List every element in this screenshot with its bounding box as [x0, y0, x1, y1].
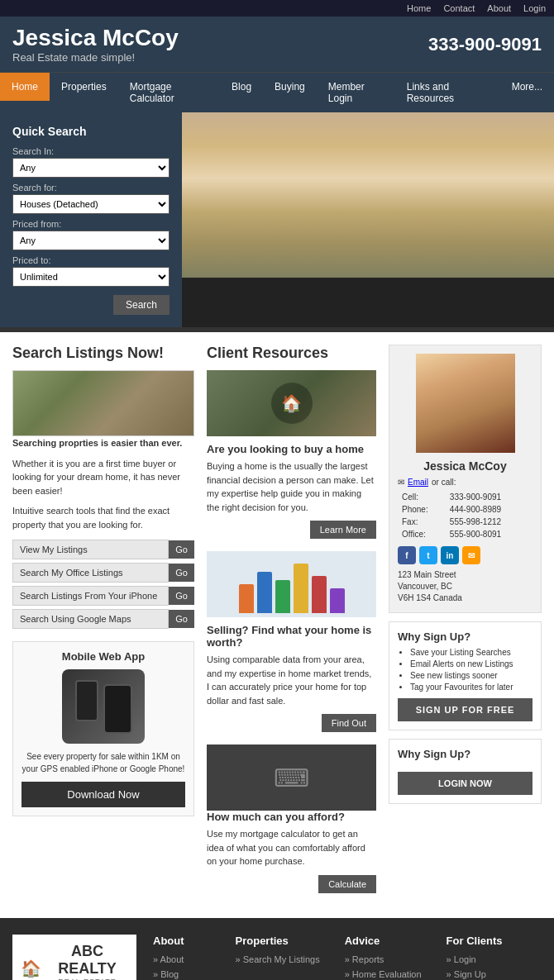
buy-heading: Are you looking to buy a home — [207, 443, 376, 455]
twitter-icon[interactable]: t — [419, 546, 437, 564]
site-header: Jessica McCoy Real Estate made simple! 3… — [0, 17, 554, 72]
listing-body2: Intuitive search tools that find the exa… — [12, 504, 194, 531]
nav-more[interactable]: More... — [500, 73, 554, 112]
login-box: Why Sign Up? LOGIN NOW — [389, 739, 542, 804]
priced-to-select[interactable]: Unlimited — [12, 267, 170, 287]
hero-image — [182, 112, 554, 278]
agent-card: Jessica McCoy ✉ Email or call: Cell: 333… — [389, 345, 542, 613]
bullet-2: Email Alerts on new Listings — [410, 659, 533, 668]
footer-about-link[interactable]: About — [153, 954, 184, 964]
topbar-home[interactable]: Home — [407, 3, 431, 13]
hero-section: Quick Search Search In: Any Search for: … — [0, 112, 554, 327]
header-phone[interactable]: 333-900-9091 — [428, 34, 542, 55]
footer-col-about: About About Blog Testimonials Contact — [153, 935, 211, 981]
mobile-app-title: Mobile Web App — [21, 650, 185, 663]
topbar-contact[interactable]: Contact — [443, 3, 475, 13]
priced-from-select[interactable]: Any — [12, 231, 170, 250]
iphone-listings-label: Search Listings From Your iPhone — [12, 586, 169, 606]
learn-more-btn[interactable]: Learn More — [310, 521, 376, 539]
search-in-select[interactable]: Any — [12, 158, 170, 178]
bullet-4: Tag your Favourites for later — [410, 683, 533, 692]
calc-body: Use my mortgage calculator to get an ide… — [207, 827, 376, 868]
office-listings-btn[interactable]: Go — [169, 564, 194, 582]
listing-tagline: Searching proprties is easier than ever. — [12, 438, 182, 448]
logo-text: ABC REALTY — [46, 943, 128, 978]
main-three-col: Search Listings Now! Searching proprties… — [0, 332, 554, 918]
nav-home[interactable]: Home — [0, 73, 50, 112]
footer-home-eval-link[interactable]: Home Evaluation — [345, 969, 422, 979]
mobile-app-body: See every property for sale within 1KM o… — [21, 750, 185, 775]
agent-name: Jessica McCoy — [398, 459, 533, 473]
calc-heading: How much can you afford? — [207, 811, 376, 823]
office-label: Office: — [399, 529, 446, 540]
view-listings-btn[interactable]: Go — [169, 540, 194, 559]
office-listings-label: Search My Office Listings — [12, 563, 169, 583]
footer-signup-link[interactable]: Sign Up — [447, 969, 486, 979]
sell-image — [207, 551, 376, 617]
resource-item-buy: 🏠 Are you looking to buy a home Buying a… — [207, 370, 376, 539]
fax-label: Fax: — [399, 516, 446, 527]
topbar-about[interactable]: About — [487, 3, 511, 13]
linkedin-icon[interactable]: in — [441, 546, 459, 564]
left-col-title: Search Listings Now! — [12, 345, 194, 362]
find-out-btn[interactable]: Find Out — [322, 714, 376, 732]
nav-links-resources[interactable]: Links and Resources — [395, 73, 500, 112]
quick-search-panel: Quick Search Search In: Any Search for: … — [0, 112, 182, 327]
iphone-listings-row: Search Listings From Your iPhone Go — [12, 586, 194, 606]
calculate-btn[interactable]: Calculate — [318, 875, 376, 893]
house-icon: 🏠 — [21, 959, 41, 978]
footer-search-listings-link[interactable]: Search My Listings — [236, 954, 320, 964]
bullet-1: Save your Listing Searches — [410, 648, 533, 657]
download-btn[interactable]: Download Now — [21, 782, 185, 807]
nav-mortgage[interactable]: Mortgage Calculator — [118, 73, 220, 112]
search-for-select[interactable]: Houses (Detached) — [12, 194, 170, 214]
google-listings-row: Search Using Google Maps Go — [12, 609, 194, 629]
nav-blog[interactable]: Blog — [220, 73, 263, 112]
email-icon[interactable]: ✉ — [462, 546, 480, 564]
nav-properties[interactable]: Properties — [50, 73, 118, 112]
right-column: Jessica McCoy ✉ Email or call: Cell: 333… — [389, 345, 542, 906]
priced-to-label: Priced to: — [12, 255, 170, 265]
footer-reports-link[interactable]: Reports — [345, 954, 384, 964]
priced-from-label: Priced from: — [12, 219, 170, 229]
footer-logo-col: 🏠 ABC REALTY REAL ESTATE SPECIALISTS 123… — [12, 935, 136, 981]
footer-blog-link[interactable]: Blog — [153, 969, 179, 979]
signup-btn[interactable]: SIGN UP FOR FREE — [398, 698, 533, 721]
agent-info: ✉ Email or call: Cell: 333-900-9091 Phon… — [398, 478, 533, 604]
cell-label: Cell: — [399, 492, 446, 502]
footer-clients-heading: For Clients — [447, 935, 503, 947]
signup-box: Why Sign Up? Save your Listing Searches … — [389, 621, 542, 730]
nav-buying[interactable]: Buying — [263, 73, 317, 112]
office-number[interactable]: 555-900-8091 — [447, 529, 531, 540]
envelope-icon: ✉ — [398, 478, 404, 487]
search-button[interactable]: Search — [113, 295, 170, 315]
resource-item-sell: Selling? Find what your home is worth? U… — [207, 551, 376, 732]
google-listings-label: Search Using Google Maps — [12, 609, 169, 629]
login-now-btn[interactable]: LOGIN NOW — [398, 772, 533, 795]
top-bar: Home Contact About Login — [0, 0, 554, 17]
footer-col-clients: For Clients Login Sign Up Blog — [447, 935, 503, 981]
footer-about-heading: About — [153, 935, 211, 947]
footer-login-link[interactable]: Login — [447, 954, 476, 964]
facebook-icon[interactable]: f — [398, 546, 416, 564]
left-column: Search Listings Now! Searching proprties… — [12, 345, 194, 906]
google-listings-btn[interactable]: Go — [169, 610, 194, 628]
middle-column: Client Resources 🏠 Are you looking to bu… — [207, 345, 376, 906]
topbar-login[interactable]: Login — [523, 3, 546, 13]
fax-number: 555-998-1212 — [447, 516, 531, 527]
main-nav: Home Properties Mortgage Calculator Blog… — [0, 72, 554, 112]
phone-number[interactable]: 444-900-8989 — [447, 504, 531, 515]
phone-graphic — [62, 669, 145, 744]
search-buttons: View My Listings Go Search My Office Lis… — [12, 540, 194, 629]
header-branding: Jessica McCoy Real Estate made simple! — [12, 25, 179, 64]
agent-email-link[interactable]: Email — [408, 478, 428, 487]
agent-name-header: Jessica McCoy — [12, 25, 179, 51]
nav-member-login[interactable]: Member Login — [317, 73, 395, 112]
cell-number[interactable]: 333-900-9091 — [447, 492, 531, 502]
footer-nav-cols: About About Blog Testimonials Contact Pr… — [153, 935, 542, 981]
middle-col-title: Client Resources — [207, 345, 376, 362]
signup-title: Why Sign Up? — [398, 630, 533, 643]
signup-bullets: Save your Listing Searches Email Alerts … — [398, 648, 533, 692]
iphone-listings-btn[interactable]: Go — [169, 587, 194, 605]
or-call: or call: — [432, 478, 456, 487]
